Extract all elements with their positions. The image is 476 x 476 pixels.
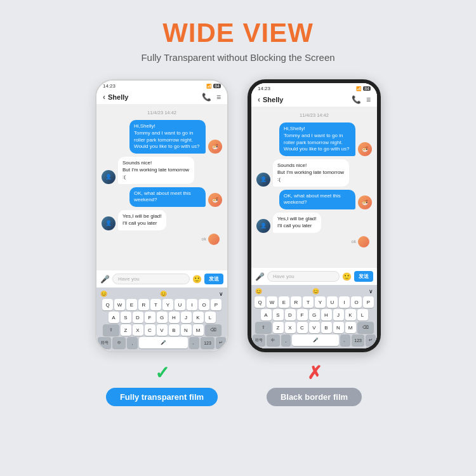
bubble-sent-2: OK, what about meet this weekend? bbox=[129, 187, 206, 208]
key-u2[interactable]: U bbox=[327, 296, 338, 308]
key-l[interactable]: L bbox=[205, 312, 216, 323]
menu-icon-1[interactable]: ≡ bbox=[216, 93, 221, 102]
key-zh[interactable]: 中 bbox=[112, 337, 126, 348]
input-field-1[interactable]: Have you bbox=[112, 274, 190, 284]
key-f[interactable]: F bbox=[145, 312, 155, 323]
key-z[interactable]: Z bbox=[121, 324, 131, 336]
kb-chevron-2[interactable]: ∨ bbox=[369, 288, 373, 294]
key-m2[interactable]: M bbox=[345, 322, 356, 333]
key-f2[interactable]: F bbox=[297, 309, 308, 321]
key-w2[interactable]: W bbox=[267, 296, 277, 308]
key-comma2[interactable]: , bbox=[281, 334, 291, 346]
key-j2[interactable]: J bbox=[333, 309, 344, 321]
key-e[interactable]: E bbox=[126, 299, 137, 310]
key-j[interactable]: J bbox=[181, 312, 192, 323]
key-c2[interactable]: C bbox=[297, 322, 308, 333]
back-arrow-1[interactable]: ‹ bbox=[103, 93, 105, 102]
mic-icon-2[interactable]: 🎤 bbox=[255, 272, 265, 281]
key-l2[interactable]: L bbox=[357, 309, 368, 321]
send-btn-2[interactable]: 发送 bbox=[354, 271, 373, 282]
key-del2[interactable]: ⌫ bbox=[357, 322, 374, 333]
key-e2[interactable]: E bbox=[279, 296, 289, 308]
key-n[interactable]: N bbox=[181, 324, 192, 336]
key-z2[interactable]: Z bbox=[273, 322, 284, 333]
kb-emoji-top-2[interactable]: 😊 bbox=[255, 288, 262, 294]
time-2: 14:23 bbox=[258, 86, 270, 91]
key-d[interactable]: D bbox=[133, 312, 143, 323]
key-s2[interactable]: S bbox=[273, 309, 284, 321]
key-i[interactable]: I bbox=[187, 299, 197, 310]
key-t[interactable]: T bbox=[150, 299, 161, 310]
phone-icon-1[interactable]: 📞 bbox=[202, 93, 211, 102]
key-m[interactable]: M bbox=[193, 324, 204, 336]
key-1232[interactable]: 123 bbox=[352, 334, 364, 346]
key-c[interactable]: C bbox=[145, 324, 155, 336]
key-comma[interactable]: , bbox=[127, 337, 137, 348]
key-enter[interactable]: ↵ bbox=[216, 337, 226, 348]
msg-sent-3: 🍜 Hi,Shelly!Tommy and I want to go in ro… bbox=[256, 122, 372, 156]
key-g2[interactable]: G bbox=[309, 309, 320, 321]
back-arrow-2[interactable]: ‹ bbox=[258, 95, 260, 104]
emoji-icon-2[interactable]: 🙂 bbox=[342, 272, 352, 281]
header-icons-1: 📞 ≡ bbox=[202, 93, 221, 102]
key-zh2[interactable]: 中 bbox=[267, 334, 279, 346]
key-k[interactable]: K bbox=[193, 312, 204, 323]
key-enter2[interactable]: ↵ bbox=[366, 334, 376, 346]
key-n2[interactable]: N bbox=[333, 322, 344, 333]
key-space[interactable]: 🎤 bbox=[139, 337, 188, 348]
msg-recv-2: 👤 Yes,I will be glad!I'll call you later bbox=[102, 210, 222, 230]
key-period[interactable]: 。 bbox=[189, 337, 199, 348]
key-fuho2[interactable]: 符号 bbox=[253, 334, 265, 346]
key-k2[interactable]: K bbox=[345, 309, 356, 321]
kb-chevron[interactable]: ∨ bbox=[219, 291, 223, 297]
menu-icon-2[interactable]: ≡ bbox=[366, 95, 371, 104]
kb-emoji-3[interactable]: 😊 bbox=[312, 288, 319, 294]
input-field-2[interactable]: Have you bbox=[267, 271, 340, 282]
key-fuho[interactable]: 符号 bbox=[98, 337, 111, 348]
mic-icon-1[interactable]: 🎤 bbox=[100, 275, 110, 284]
key-i2[interactable]: I bbox=[339, 296, 350, 308]
key-a2[interactable]: A bbox=[261, 309, 272, 321]
key-del[interactable]: ⌫ bbox=[205, 324, 221, 336]
key-w[interactable]: W bbox=[114, 299, 125, 310]
phone-icon-2[interactable]: 📞 bbox=[352, 95, 361, 104]
key-x[interactable]: X bbox=[133, 324, 143, 336]
key-period2[interactable]: 。 bbox=[340, 334, 350, 346]
key-123[interactable]: 123 bbox=[201, 337, 214, 348]
key-s[interactable]: S bbox=[121, 312, 131, 323]
kb-emoji-top[interactable]: 😊 bbox=[100, 291, 107, 297]
main-title: WIDE VIEW bbox=[141, 18, 334, 48]
key-p2[interactable]: P bbox=[363, 296, 374, 308]
key-v2[interactable]: V bbox=[309, 322, 320, 333]
key-b[interactable]: B bbox=[169, 324, 180, 336]
key-o2[interactable]: O bbox=[351, 296, 362, 308]
send-btn-1[interactable]: 发送 bbox=[204, 274, 223, 284]
chat-area-2: 11/4/23 14:42 🍜 Hi,Shelly!Tommy and I wa… bbox=[251, 107, 377, 267]
key-u[interactable]: U bbox=[175, 299, 185, 310]
emoji-icon-1[interactable]: 🙂 bbox=[192, 275, 202, 284]
key-a[interactable]: A bbox=[109, 312, 119, 323]
key-t2[interactable]: T bbox=[303, 296, 314, 308]
key-q2[interactable]: Q bbox=[255, 296, 265, 308]
bubble-recv-2: Yes,I will be glad!I'll call you later bbox=[118, 210, 166, 230]
key-x2[interactable]: X bbox=[285, 322, 296, 333]
key-g[interactable]: G bbox=[157, 312, 168, 323]
key-y2[interactable]: Y bbox=[315, 296, 326, 308]
key-shift2[interactable]: ⇧ bbox=[255, 322, 272, 333]
key-r[interactable]: R bbox=[138, 299, 149, 310]
key-v[interactable]: V bbox=[157, 324, 168, 336]
key-h2[interactable]: H bbox=[321, 309, 332, 321]
date-label-1: 11/4/23 14:42 bbox=[102, 110, 222, 116]
kb-emoji-2[interactable]: 😊 bbox=[160, 291, 167, 297]
key-r2[interactable]: R bbox=[291, 296, 301, 308]
key-y[interactable]: Y bbox=[162, 299, 173, 310]
key-o[interactable]: O bbox=[199, 299, 209, 310]
key-h[interactable]: H bbox=[169, 312, 180, 323]
key-d2[interactable]: D bbox=[285, 309, 296, 321]
key-shift[interactable]: ⇧ bbox=[103, 324, 119, 336]
key-p[interactable]: P bbox=[211, 299, 221, 310]
key-space2[interactable]: 🎤 bbox=[292, 334, 339, 346]
key-b2[interactable]: B bbox=[321, 322, 332, 333]
avatar-recv-1: 👤 bbox=[102, 170, 116, 184]
key-q[interactable]: Q bbox=[102, 299, 113, 310]
